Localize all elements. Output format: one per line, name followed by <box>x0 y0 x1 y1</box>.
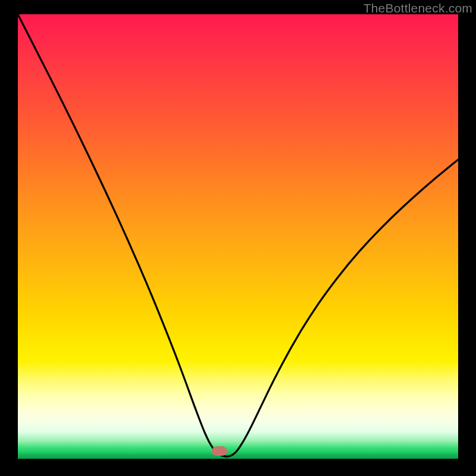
chart-frame: TheBottleneck.com <box>0 0 476 476</box>
bottleneck-curve <box>18 14 458 459</box>
optimum-marker <box>212 446 227 456</box>
plot-area <box>18 14 458 459</box>
watermark-text: TheBottleneck.com <box>364 1 472 15</box>
